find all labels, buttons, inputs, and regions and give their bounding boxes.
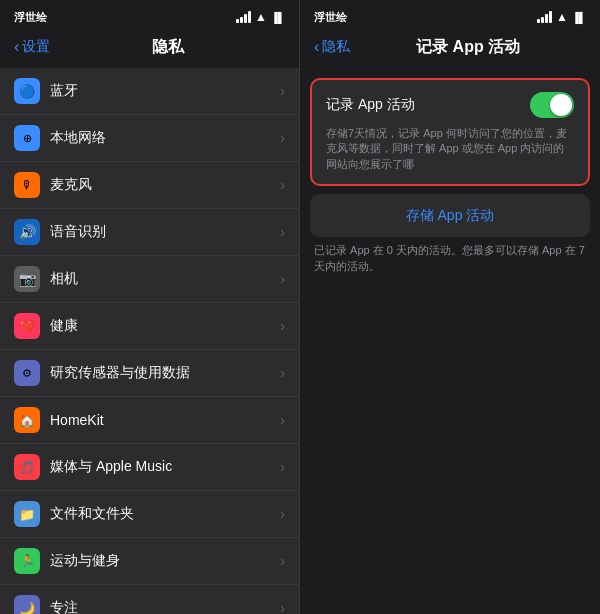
fitness-label: 运动与健身 (50, 552, 280, 570)
speech-chevron-icon: › (280, 224, 285, 240)
signal-icon (236, 11, 251, 23)
right-status-icons: ▲ ▐▌ (536, 10, 586, 24)
homekit-chevron-icon: › (280, 412, 285, 428)
camera-icon: 📷 (14, 266, 40, 292)
left-status-bar: 浮世绘 ▲ ▐▌ (0, 0, 299, 30)
research-icon: ⚙ (14, 360, 40, 386)
microphone-label: 麦克风 (50, 176, 280, 194)
health-icon: ❤️ (14, 313, 40, 339)
right-wifi-icon: ▲ (556, 10, 568, 24)
left-nav-bar: ‹ 设置 隐私 (0, 30, 299, 68)
bluetooth-label: 蓝牙 (50, 82, 280, 100)
health-label: 健康 (50, 317, 280, 335)
right-signal-icon (537, 11, 552, 23)
settings-row-research[interactable]: ⚙ 研究传感器与使用数据 › (0, 350, 299, 397)
left-panel: 浮世绘 ▲ ▐▌ ‹ 设置 隐私 🔵 蓝牙 › (0, 0, 300, 614)
right-battery-icon: ▐▌ (572, 12, 586, 23)
record-toggle-row: 记录 App 活动 (326, 92, 574, 118)
settings-row-camera[interactable]: 📷 相机 › (0, 256, 299, 303)
camera-chevron-icon: › (280, 271, 285, 287)
settings-row-health[interactable]: ❤️ 健康 › (0, 303, 299, 350)
local-network-icon: ⊕ (14, 125, 40, 151)
left-status-title: 浮世绘 (14, 10, 64, 25)
record-toggle-label: 记录 App 活动 (326, 96, 415, 114)
right-back-label: 隐私 (322, 38, 350, 56)
local-network-chevron-icon: › (280, 130, 285, 146)
right-status-title: 浮世绘 (314, 10, 364, 25)
research-chevron-icon: › (280, 365, 285, 381)
homekit-label: HomeKit (50, 412, 280, 428)
research-label: 研究传感器与使用数据 (50, 364, 280, 382)
focus-icon: 🌙 (14, 595, 40, 614)
right-back-chevron-icon: ‹ (314, 38, 319, 56)
settings-row-fitness[interactable]: 🏃 运动与健身 › (0, 538, 299, 585)
left-status-icons: ▲ ▐▌ (235, 10, 285, 24)
store-button-section: 存储 App 活动 已记录 App 在 0 天内的活动。您最多可以存储 App … (310, 194, 590, 274)
settings-row-homekit[interactable]: 🏠 HomeKit › (0, 397, 299, 444)
fitness-icon: 🏃 (14, 548, 40, 574)
media-music-icon: 🎵 (14, 454, 40, 480)
record-description: 存储7天情况，记录 App 何时访问了您的位置，麦克风等数据，同时了解 App … (326, 126, 574, 172)
files-label: 文件和文件夹 (50, 505, 280, 523)
right-nav-back-button[interactable]: ‹ 隐私 (314, 38, 350, 56)
speech-label: 语音识别 (50, 223, 280, 241)
left-nav-back-button[interactable]: ‹ 设置 (14, 38, 50, 56)
bluetooth-chevron-icon: › (280, 83, 285, 99)
bluetooth-icon: 🔵 (14, 78, 40, 104)
right-status-bar: 浮世绘 ▲ ▐▌ (300, 0, 600, 30)
files-icon: 📁 (14, 501, 40, 527)
fitness-chevron-icon: › (280, 553, 285, 569)
speech-icon: 🔊 (14, 219, 40, 245)
battery-icon: ▐▌ (271, 12, 285, 23)
store-note: 已记录 App 在 0 天内的活动。您最多可以存储 App 在 7 天内的活动。 (310, 243, 590, 274)
homekit-icon: 🏠 (14, 407, 40, 433)
media-music-chevron-icon: › (280, 459, 285, 475)
settings-row-speech[interactable]: 🔊 语音识别 › (0, 209, 299, 256)
settings-row-media-music[interactable]: 🎵 媒体与 Apple Music › (0, 444, 299, 491)
store-btn-label: 存储 App 活动 (406, 207, 495, 223)
settings-row-files[interactable]: 📁 文件和文件夹 › (0, 491, 299, 538)
local-network-label: 本地网络 (50, 129, 280, 147)
privacy-group: 🔵 蓝牙 › ⊕ 本地网络 › 🎙 麦克风 › 🔊 语音识别 › (0, 68, 299, 614)
settings-row-microphone[interactable]: 🎙 麦克风 › (0, 162, 299, 209)
left-settings-list: 🔵 蓝牙 › ⊕ 本地网络 › 🎙 麦克风 › 🔊 语音识别 › (0, 68, 299, 614)
record-toggle-section: 记录 App 活动 存储7天情况，记录 App 何时访问了您的位置，麦克风等数据… (310, 78, 590, 186)
left-back-label: 设置 (22, 38, 50, 56)
microphone-icon: 🎙 (14, 172, 40, 198)
left-nav-title: 隐私 (50, 37, 285, 58)
health-chevron-icon: › (280, 318, 285, 334)
right-nav-bar: ‹ 隐私 记录 App 活动 (300, 30, 600, 68)
media-music-label: 媒体与 Apple Music (50, 458, 280, 476)
wifi-icon: ▲ (255, 10, 267, 24)
files-chevron-icon: › (280, 506, 285, 522)
record-toggle-switch[interactable] (530, 92, 574, 118)
focus-chevron-icon: › (280, 600, 285, 614)
right-panel: 浮世绘 ▲ ▐▌ ‹ 隐私 记录 App 活动 记录 App 活动 (300, 0, 600, 614)
settings-row-bluetooth[interactable]: 🔵 蓝牙 › (0, 68, 299, 115)
camera-label: 相机 (50, 270, 280, 288)
right-content: 记录 App 活动 存储7天情况，记录 App 何时访问了您的位置，麦克风等数据… (300, 68, 600, 614)
right-nav-title: 记录 App 活动 (350, 37, 586, 58)
settings-row-local-network[interactable]: ⊕ 本地网络 › (0, 115, 299, 162)
settings-row-focus[interactable]: 🌙 专注 › (0, 585, 299, 614)
toggle-knob (550, 94, 572, 116)
left-back-chevron-icon: ‹ (14, 38, 19, 56)
store-app-activity-button[interactable]: 存储 App 活动 (310, 194, 590, 237)
microphone-chevron-icon: › (280, 177, 285, 193)
focus-label: 专注 (50, 599, 280, 614)
